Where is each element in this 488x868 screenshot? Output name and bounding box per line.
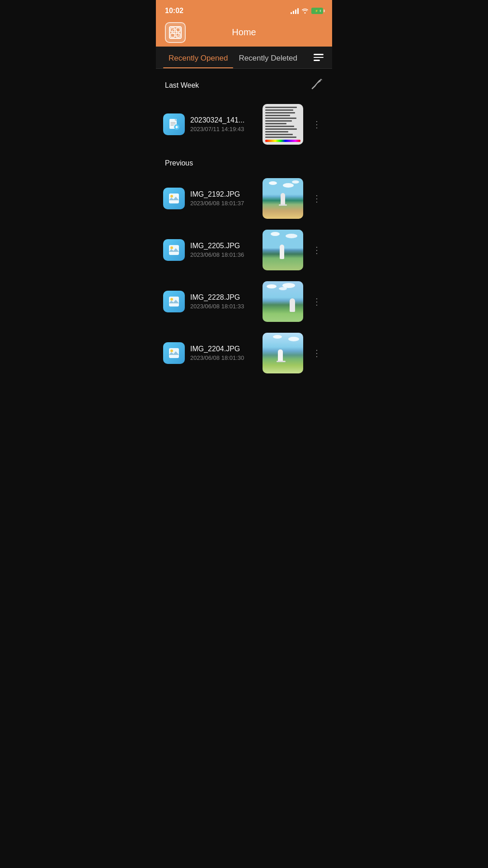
file-thumbnail xyxy=(263,230,303,270)
tab-recently-deleted[interactable]: Recently Deleted xyxy=(233,47,302,68)
file-date: 2023/07/11 14:19:43 xyxy=(190,126,257,132)
file-item[interactable]: IMG_2192.JPG 2023/06/08 18:01:37 ⋮ xyxy=(156,173,332,224)
menu-button[interactable] xyxy=(310,50,327,65)
tab-bar: Recently Opened Recently Deleted xyxy=(156,47,332,69)
section-previous-header: Previous xyxy=(156,150,332,173)
svg-rect-6 xyxy=(171,33,175,37)
section-last-week-label: Last Week xyxy=(165,81,199,90)
svg-point-17 xyxy=(170,298,173,301)
svg-rect-4 xyxy=(171,28,175,32)
file-info: 20230324_141... 2023/07/11 14:19:43 xyxy=(190,116,257,132)
file-thumbnail xyxy=(263,104,303,145)
battery-icon: ⚡ xyxy=(311,8,323,14)
file-item[interactable]: IMG_2205.JPG 2023/06/08 18:01:36 ⋮ xyxy=(156,224,332,276)
file-item[interactable]: IMG_2228.JPG 2023/06/08 18:01:33 ⋮ xyxy=(156,276,332,327)
tab-recently-opened[interactable]: Recently Opened xyxy=(163,47,233,68)
file-date: 2023/06/08 18:01:30 xyxy=(190,354,257,361)
file-type-icon xyxy=(163,113,185,135)
file-date: 2023/06/08 18:01:37 xyxy=(190,200,257,207)
more-options-button[interactable]: ⋮ xyxy=(309,295,325,308)
svg-rect-14 xyxy=(169,245,179,255)
status-time: 10:02 xyxy=(165,7,183,15)
menu-line-3 xyxy=(314,60,320,61)
file-thumbnail xyxy=(263,281,303,322)
section-previous-label: Previous xyxy=(165,159,193,167)
more-options-button[interactable]: ⋮ xyxy=(309,244,325,256)
content-area: Last Week 2023 xyxy=(156,69,332,379)
section-last-week-header: Last Week xyxy=(156,69,332,99)
signal-icon xyxy=(291,8,299,14)
svg-rect-5 xyxy=(176,28,180,32)
file-info: IMG_2205.JPG 2023/06/08 18:01:36 xyxy=(190,242,257,258)
file-name: IMG_2204.JPG xyxy=(190,345,257,353)
status-bar: 10:02 ⚡ xyxy=(156,0,332,20)
file-type-icon xyxy=(163,188,185,209)
file-name: 20230324_141... xyxy=(190,116,257,124)
more-options-button[interactable]: ⋮ xyxy=(309,118,325,131)
logo-inner xyxy=(169,26,182,39)
file-name: IMG_2228.JPG xyxy=(190,293,257,302)
file-type-icon xyxy=(163,291,185,312)
file-date: 2023/06/08 18:01:33 xyxy=(190,303,257,310)
svg-point-15 xyxy=(170,246,173,249)
file-info: IMG_2192.JPG 2023/06/08 18:01:37 xyxy=(190,190,257,207)
file-type-icon xyxy=(163,239,185,261)
svg-point-13 xyxy=(170,195,173,198)
app-logo xyxy=(165,22,186,43)
file-name: IMG_2205.JPG xyxy=(190,242,257,250)
more-options-button[interactable]: ⋮ xyxy=(309,192,325,205)
file-name: IMG_2192.JPG xyxy=(190,190,257,198)
wifi-icon xyxy=(301,7,309,15)
file-type-icon xyxy=(163,342,185,364)
status-icons: ⚡ xyxy=(291,7,323,15)
file-info: IMG_2228.JPG 2023/06/08 18:01:33 xyxy=(190,293,257,310)
file-item[interactable]: IMG_2204.JPG 2023/06/08 18:01:30 ⋮ xyxy=(156,327,332,379)
header: Home xyxy=(156,20,332,47)
file-date: 2023/06/08 18:01:36 xyxy=(190,251,257,258)
file-thumbnail xyxy=(263,333,303,373)
svg-rect-11 xyxy=(176,126,177,128)
svg-point-19 xyxy=(170,349,173,352)
svg-rect-18 xyxy=(169,348,179,358)
menu-line-2 xyxy=(314,57,324,58)
svg-rect-12 xyxy=(169,193,179,203)
more-options-button[interactable]: ⋮ xyxy=(309,347,325,359)
header-title: Home xyxy=(232,27,256,38)
clean-button[interactable] xyxy=(310,78,323,93)
file-info: IMG_2204.JPG 2023/06/08 18:01:30 xyxy=(190,345,257,361)
svg-rect-7 xyxy=(176,33,180,37)
svg-rect-16 xyxy=(169,297,179,307)
file-thumbnail xyxy=(263,178,303,219)
svg-text:⚡: ⚡ xyxy=(315,9,319,13)
file-item[interactable]: 20230324_141... 2023/07/11 14:19:43 xyxy=(156,99,332,150)
menu-line-1 xyxy=(314,54,324,55)
svg-rect-2 xyxy=(320,10,321,12)
